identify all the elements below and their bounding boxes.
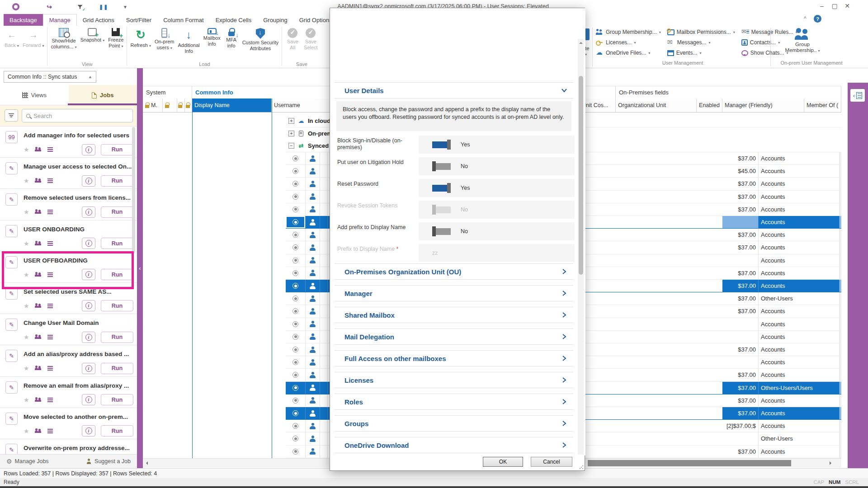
favorite-star-icon[interactable]: ★ (24, 208, 29, 216)
organizational-unit-cell[interactable]: Accounts (759, 318, 840, 330)
organizational-unit-cell[interactable]: Accounts (759, 152, 840, 164)
prefix-input[interactable]: zz (432, 250, 438, 256)
unit-cost-cell[interactable]: $37.00 (722, 407, 759, 419)
organizational-unit-cell[interactable]: Accounts (759, 203, 840, 216)
organizational-unit-cell[interactable]: Other-Users (759, 292, 840, 305)
job-item-add-manager-info-for-selected-users[interactable]: 99 Add manager info for selected users ★… (0, 127, 137, 158)
ribbon-button-forward[interactable]: Forward ▾ (21, 27, 46, 50)
unit-cost-cell[interactable]: $37.00 (722, 305, 759, 317)
expand-box-icon[interactable]: + (288, 131, 294, 136)
toggle-reset-password[interactable] (432, 183, 451, 193)
unit-cost-cell[interactable]: $37.00 (722, 343, 759, 356)
job-info-button[interactable]: i (82, 206, 95, 218)
ribbon-button-back[interactable]: Back ▾ (3, 27, 21, 50)
job-run-button[interactable]: Run (101, 238, 133, 249)
job-run-button[interactable]: Run (101, 300, 133, 311)
job-info-button[interactable]: i (82, 332, 95, 343)
organizational-unit-cell[interactable]: Accounts (759, 356, 840, 368)
unit-cost-cell[interactable]: $37.00 (722, 241, 759, 253)
tab-jobs[interactable]: Jobs (69, 85, 137, 105)
organizational-unit-cell[interactable]: Accounts (759, 254, 840, 267)
organizational-unit-cell[interactable]: Accounts (759, 369, 840, 381)
job-item-add-an-alias-proxy-address-based[interactable]: ✎ Add an alias/proxy address based ... ★… (0, 345, 137, 376)
unit-cost-cell[interactable]: $37.00 (722, 152, 759, 164)
organizational-unit-cell[interactable]: Accounts (759, 394, 840, 407)
manage-jobs-button[interactable]: Manage Jobs (6, 458, 49, 465)
job-info-button[interactable]: i (82, 300, 95, 311)
job-run-button[interactable]: Run (101, 425, 133, 436)
organizational-unit-cell[interactable]: Accounts (759, 216, 840, 228)
resize-grip[interactable] (579, 465, 584, 469)
unit-cost-cell[interactable] (722, 432, 759, 445)
jobs-scrollbar[interactable] (132, 127, 135, 253)
unit-cost-cell[interactable]: $37.00 (722, 382, 759, 394)
organizational-unit-cell[interactable]: Accounts (759, 229, 840, 241)
ribbon-item-licenses[interactable]: Licenses...▾ (596, 38, 661, 47)
ribbon-button-custom-security-attributes[interactable]: Custom SecurityAttributes (241, 27, 281, 52)
section-manager[interactable]: Manager (335, 285, 573, 301)
job-info-button[interactable]: i (82, 269, 95, 280)
favorite-star-icon[interactable]: ★ (24, 365, 29, 372)
job-item-remove-an-email-from-alias-proxy[interactable]: ✎ Remove an email from alias/proxy ... ★… (0, 377, 137, 408)
job-run-button[interactable]: Run (101, 332, 133, 343)
unit-cost-cell[interactable]: $37.00 (722, 203, 759, 216)
job-info-button[interactable]: i (82, 175, 95, 187)
unit-cost-cell[interactable] (722, 356, 759, 368)
job-info-button[interactable]: i (82, 394, 95, 405)
unit-cost-cell[interactable] (722, 254, 759, 267)
job-item-user-offboarding[interactable]: ✎ USER OFFBOARDING ★ i Run (0, 252, 137, 283)
unit-cost-cell[interactable]: [2]$37.00;$ (722, 420, 759, 432)
section-licenses[interactable]: Licenses (335, 372, 573, 388)
unit-cost-cell[interactable]: $37.00 (722, 191, 759, 203)
organizational-unit-cell[interactable]: Accounts (759, 241, 840, 253)
job-item-user-onboarding[interactable]: ✎ USER ONBOARDING ★ i Run (0, 221, 137, 252)
section-full-access-on-other-mailboxes[interactable]: Full Access on other mailboxes (335, 350, 573, 366)
scroll-right-icon[interactable] (830, 461, 833, 465)
toggle-block-sign-in-disable-on-premises[interactable] (432, 140, 451, 150)
section-shared-mailbox[interactable]: Shared Mailbox (335, 307, 573, 323)
columns-icon[interactable]: ❚❚ (99, 2, 108, 12)
ribbon-tab-sort-filter[interactable]: Sort/Filter (120, 14, 157, 26)
job-item-overwrite-on-prem-proxy-addresse[interactable]: ✎ Overwrite on-prem proxy addresse... ★ … (0, 439, 137, 454)
dialog-scrollbar[interactable] (578, 39, 584, 455)
section-roles[interactable]: Roles (335, 394, 573, 410)
unit-cost-cell[interactable]: $37.00 (722, 280, 759, 292)
unit-cost-cell[interactable]: $37.00 (722, 369, 759, 381)
job-run-button[interactable]: Run (101, 144, 133, 155)
ribbon-collapse-icon[interactable]: ^ (804, 15, 807, 22)
organizational-unit-cell[interactable]: Accounts (759, 343, 840, 356)
ribbon-item-onedrive-files[interactable]: OneDrive Files...▾ (596, 49, 661, 57)
job-item-move-selected-to-another-on-prem[interactable]: ✎ Move selected to another on-prem... ★ … (0, 408, 137, 439)
unit-cost-cell[interactable]: $37.00 (722, 292, 759, 305)
organizational-unit-cell[interactable]: Accounts (759, 280, 840, 292)
view-selector-dropdown[interactable]: Common Info :: Sync status ▲ (4, 71, 96, 83)
section-on-premises-organization-unit-ou[interactable]: On-Premises Organization Unit (OU) (335, 263, 573, 280)
ribbon-button-show-hide-columns[interactable]: Show/Hidecolumns... ▾ (49, 27, 78, 51)
job-item-remove-selected-users-from-licens[interactable]: ✎ Remove selected users from licens... ★… (0, 189, 137, 220)
unit-cost-cell[interactable]: $37.00 (722, 178, 759, 190)
job-item-manage-user-access-to-selected-on[interactable]: ✎ Manage user access to selected On... ★… (0, 158, 137, 189)
search-input[interactable] (33, 113, 128, 119)
section-user-details[interactable]: User Details (335, 82, 573, 99)
maximize-button[interactable]: ▢ (829, 2, 840, 9)
unit-cost-cell[interactable] (722, 216, 759, 228)
ribbon-button-additional-info[interactable]: AdditionalInfo (176, 27, 201, 55)
export-icon[interactable]: ↪ (44, 2, 54, 12)
ribbon-tab-grouping[interactable]: Grouping (257, 14, 293, 26)
ribbon-item-group-membership[interactable]: Group Membership...▾ (596, 28, 661, 36)
ribbon-item-messages[interactable]: Messages...▾ (667, 38, 735, 47)
job-run-button[interactable]: Run (101, 363, 133, 374)
organizational-unit-cell[interactable]: Accounts (759, 267, 840, 279)
favorite-star-icon[interactable]: ★ (24, 271, 29, 278)
job-run-button[interactable]: Run (101, 175, 133, 187)
unit-cost-cell[interactable] (722, 331, 759, 343)
tab-views[interactable]: Views (0, 85, 69, 105)
ribbon-button-mfa-info[interactable]: MFAinfo (222, 27, 241, 49)
scrollbar-thumb[interactable] (588, 460, 791, 466)
job-item-change-user-mail-domain[interactable]: ✎ Change User Mail Domain ★ i Run (0, 314, 137, 345)
scrollbar-thumb[interactable] (579, 76, 583, 275)
unit-cost-cell[interactable]: $37.00 (722, 267, 759, 279)
ok-button[interactable]: OK (483, 457, 523, 467)
job-info-button[interactable]: i (82, 425, 95, 436)
minimize-button[interactable]: – (816, 2, 827, 9)
